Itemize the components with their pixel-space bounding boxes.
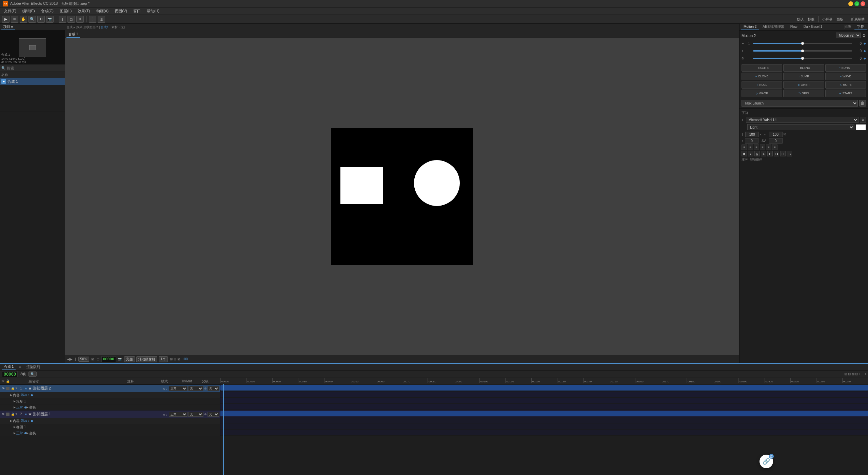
menu-layer[interactable]: 图层(L): [57, 8, 74, 14]
strikethrough-btn[interactable]: S: [761, 151, 766, 156]
tool-text[interactable]: T: [59, 16, 66, 23]
btn-rope[interactable]: ∿ROPE: [825, 81, 866, 89]
layer2-lock[interactable]: 🔒: [10, 413, 15, 416]
menu-animation[interactable]: 动画(A): [94, 8, 112, 14]
btn-burst[interactable]: *BURST: [825, 64, 866, 72]
menu-effects[interactable]: 效果(T): [75, 8, 93, 14]
menu-compose[interactable]: 合成(C): [38, 8, 56, 14]
motion-settings-icon[interactable]: ⚙: [862, 33, 866, 38]
slider-y-track[interactable]: [753, 50, 852, 52]
transform1-expand2[interactable]: ▶: [26, 406, 28, 409]
tab-project[interactable]: 项目 ≡: [1, 24, 15, 30]
btn-spin[interactable]: ↻SPIN: [783, 90, 824, 97]
btn-warp[interactable]: ◇WARP: [742, 90, 782, 97]
tool-snapping[interactable]: ◫: [98, 16, 105, 23]
tracking-input[interactable]: [769, 132, 783, 137]
quality-select[interactable]: 完整: [124, 356, 135, 362]
viewer-canvas[interactable]: [65, 38, 739, 355]
viewer-tab-comp1[interactable]: 合成 1: [66, 31, 80, 38]
zoom-select[interactable]: 50%: [78, 357, 89, 362]
btn-blend[interactable]: ~BLEND: [783, 64, 824, 72]
maximize-button[interactable]: □: [854, 1, 859, 6]
font-settings-btn[interactable]: ⚙: [860, 117, 866, 123]
font-style-select[interactable]: Light: [747, 124, 854, 130]
align-justify-full-btn[interactable]: ≡: [766, 145, 771, 150]
layer1-fx-btn[interactable]: fx: [163, 387, 165, 391]
tab-motion2[interactable]: Motion 2: [741, 24, 759, 30]
all-caps-btn[interactable]: TT: [780, 151, 786, 156]
tool-rotate[interactable]: ↻: [37, 16, 45, 23]
camera-select[interactable]: 活动摄像机: [136, 356, 157, 362]
layer1-eye[interactable]: 👁: [1, 387, 5, 390]
subscript-btn[interactable]: T₂: [774, 151, 779, 156]
btn-jump[interactable]: ↑JUMP: [783, 73, 824, 80]
font-size-input[interactable]: [745, 132, 759, 137]
motion-version-select[interactable]: Motion v2: [836, 33, 861, 38]
kerning-input[interactable]: [769, 138, 783, 144]
menu-edit[interactable]: 编辑(E): [20, 8, 38, 14]
rect-expand[interactable]: ▶: [14, 400, 16, 403]
layer1-trkmat-select[interactable]: 无: [188, 386, 203, 391]
tab-ae-scripts[interactable]: AE脚本管理器: [760, 24, 787, 30]
tab-duik[interactable]: Duik Bssel:1: [801, 24, 825, 30]
btn-excite[interactable]: +EXCITE: [742, 64, 782, 72]
italic-btn[interactable]: I: [748, 151, 753, 156]
superscript-btn[interactable]: T²: [767, 151, 773, 156]
align-center-btn[interactable]: ≡: [748, 145, 753, 150]
font-name-select[interactable]: Microsoft YaHei UI: [746, 117, 859, 123]
playhead[interactable]: [223, 384, 224, 475]
tool-select[interactable]: ▶: [2, 16, 9, 23]
layer1-expand[interactable]: ▼: [15, 387, 18, 390]
tool-hand[interactable]: ✋: [20, 16, 27, 23]
btn-wave[interactable]: ~WAVE: [825, 73, 866, 80]
layer1-lock[interactable]: 🔒: [10, 387, 15, 390]
layer2-mode-select[interactable]: 正常: [169, 412, 188, 417]
tool-shape-rect[interactable]: □: [67, 16, 75, 23]
layer1-solo[interactable]: [6, 387, 9, 390]
align-justify-btn[interactable]: ≡: [760, 145, 765, 150]
tool-zoom[interactable]: 🔍: [28, 16, 36, 23]
btn-null[interactable]: ○NULL: [742, 81, 782, 89]
layer-row-2[interactable]: 👁 🔒 ▼ 2 ★ ★ 形状图层 1 fx / 正常 无 ⊕: [0, 411, 220, 418]
layer2-eye[interactable]: 👁: [1, 413, 5, 416]
align-left-btn[interactable]: ≡: [742, 145, 747, 150]
task-launch-select[interactable]: Task Launch: [742, 100, 858, 107]
ellipse-expand[interactable]: ▶: [14, 425, 16, 429]
menu-file[interactable]: 文件(F): [1, 8, 19, 14]
shape-rectangle[interactable]: [340, 167, 383, 204]
content-expand[interactable]: ▶: [10, 394, 12, 397]
shape-circle[interactable]: [414, 160, 460, 206]
timeline-tab-comp1[interactable]: 合成 1: [2, 364, 16, 370]
layer2-trkmat-select[interactable]: 无: [188, 412, 203, 417]
btn-stars[interactable]: ★STARS: [825, 90, 866, 97]
layer2-solo[interactable]: [6, 413, 9, 416]
layer-row-1[interactable]: 👁 🔒 ▼ 1 ★ ★ 形状图层 2 fx / 正常 无 ⊕: [0, 385, 220, 392]
layer1-parent-select[interactable]: 无: [208, 386, 219, 391]
layer2-parent-select[interactable]: 元: [208, 412, 219, 417]
btn-orbit[interactable]: ⊕ORBIT: [783, 81, 824, 89]
views-select[interactable]: 1个: [159, 356, 168, 362]
menu-view[interactable]: 视图(V): [112, 8, 130, 14]
minimize-button[interactable]: ─: [848, 1, 853, 6]
close-button[interactable]: ✕: [861, 1, 865, 6]
transform2-expand2[interactable]: ▶: [26, 432, 28, 435]
tab-character[interactable]: 字符: [854, 24, 867, 30]
menu-window[interactable]: 窗口: [131, 8, 143, 14]
slider-x-track[interactable]: [753, 43, 852, 44]
small-caps-btn[interactable]: Tt: [787, 151, 792, 156]
btn-clone[interactable]: +CLONE: [742, 73, 782, 80]
tool-camera[interactable]: 📷: [46, 16, 54, 23]
tool-pen[interactable]: ✏: [11, 16, 18, 23]
text-color-swatch[interactable]: [856, 124, 866, 130]
underline-btn[interactable]: U: [754, 151, 760, 156]
bold-btn[interactable]: B: [742, 151, 747, 156]
transform1-expand[interactable]: ▶: [14, 406, 16, 409]
search-input[interactable]: [7, 66, 63, 70]
slider-z-track[interactable]: [753, 58, 852, 59]
tool-shape-pen[interactable]: ✒: [76, 16, 84, 23]
project-item-comp1[interactable]: ▶ 合成 1: [0, 78, 65, 85]
tab-typography[interactable]: 排版: [842, 24, 854, 30]
tab-flow[interactable]: Flow: [788, 24, 800, 30]
align-justify-left-btn[interactable]: ≡: [772, 145, 777, 150]
layer1-mode-select[interactable]: 正常: [169, 386, 188, 391]
